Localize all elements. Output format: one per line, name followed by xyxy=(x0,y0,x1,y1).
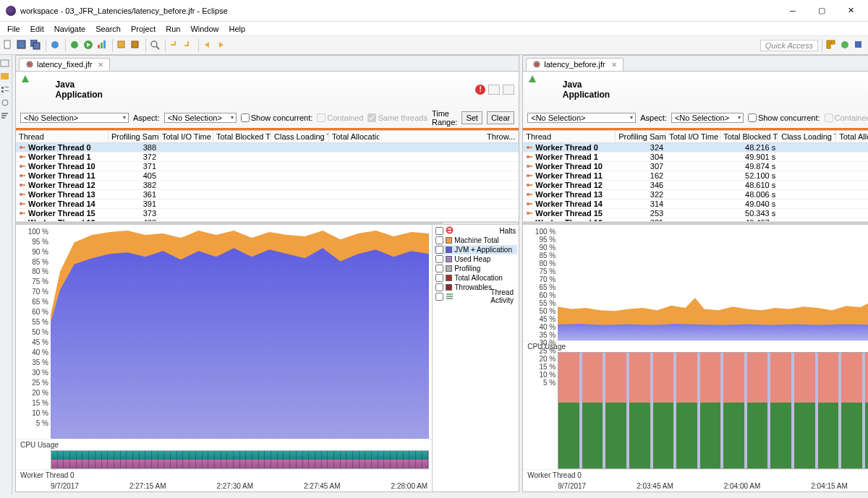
search-icon[interactable] xyxy=(150,40,161,51)
table-row[interactable]: Worker Thread 1030749.874 s xyxy=(523,162,868,171)
cpu-chart[interactable] xyxy=(51,225,432,439)
y-tick: 35 % xyxy=(16,359,48,366)
col-classload[interactable]: Class Loading Time xyxy=(271,131,329,142)
step-into-icon[interactable] xyxy=(183,40,195,51)
table-row[interactable]: Worker Thread 10371 xyxy=(16,162,519,171)
results-view-icon[interactable] xyxy=(0,98,12,108)
contained-checkbox[interactable]: Contained xyxy=(825,113,868,122)
save-icon[interactable] xyxy=(17,40,28,51)
legend-item[interactable]: Profiling xyxy=(434,264,517,273)
editor-tab-latency-before[interactable]: latency_before.jfr ✕ xyxy=(526,58,623,71)
y-tick: 10 % xyxy=(16,409,48,417)
coverage-icon[interactable] xyxy=(97,40,109,51)
window-minimize-button[interactable]: ─ xyxy=(778,1,807,21)
java-perspective-icon[interactable] xyxy=(854,40,865,51)
new-icon[interactable] xyxy=(3,40,14,51)
thread-activity-strip[interactable] xyxy=(51,450,429,469)
legend-item[interactable]: JVM + Application xyxy=(434,245,517,254)
table-row[interactable]: Worker Thread 130449.901 s xyxy=(523,153,868,162)
table-row[interactable]: Worker Thread 12382 xyxy=(16,181,519,190)
cpu-chart[interactable] xyxy=(558,225,868,340)
table-row[interactable]: Worker Thread 1332248.006 s xyxy=(523,190,868,199)
col-alloc[interactable]: Total Allocation xyxy=(836,131,868,142)
col-throw[interactable]: Throw... xyxy=(380,131,519,142)
col-alloc[interactable]: Total Allocation xyxy=(329,131,380,142)
col-io[interactable]: Total I/O Time xyxy=(159,131,213,142)
aspect-dropdown[interactable]: <No Selection> xyxy=(164,113,237,123)
tile-horizontal-icon[interactable] xyxy=(488,85,500,95)
outline-view-icon[interactable] xyxy=(0,72,12,82)
col-profiling[interactable]: Profiling Samples xyxy=(616,131,666,142)
table-hscrollbar[interactable] xyxy=(523,221,868,224)
legend-item[interactable]: Machine Total xyxy=(434,236,517,245)
save-all-icon[interactable] xyxy=(30,40,42,51)
table-row[interactable]: Worker Thread 16438 xyxy=(16,218,519,221)
selection-dropdown[interactable]: <No Selection> xyxy=(20,113,129,123)
debug-icon[interactable] xyxy=(69,40,81,51)
col-thread[interactable]: Thread xyxy=(523,131,616,142)
open-perspective-icon[interactable] xyxy=(826,40,838,51)
table-row[interactable]: Worker Thread 032448.216 s xyxy=(523,143,868,153)
contained-checkbox[interactable]: Contained xyxy=(317,113,363,122)
table-row[interactable]: Worker Thread 1632149.497 s xyxy=(523,218,868,221)
table-row[interactable]: Worker Thread 14391 xyxy=(16,199,519,209)
menu-search[interactable]: Search xyxy=(91,24,125,34)
show-concurrent-checkbox[interactable]: Show concurrent: xyxy=(241,113,313,122)
blocked-cell xyxy=(213,209,271,218)
error-badge-icon[interactable]: ! xyxy=(475,85,485,95)
menu-file[interactable]: File xyxy=(3,24,25,34)
table-row[interactable]: Worker Thread 11405 xyxy=(16,171,519,181)
table-row[interactable]: Worker Thread 0388 xyxy=(16,143,519,153)
aspect-dropdown[interactable]: <No Selection> xyxy=(671,113,744,123)
menu-run[interactable]: Run xyxy=(161,24,184,34)
same-threads-checkbox[interactable]: Same threads xyxy=(367,113,427,122)
menu-edit[interactable]: Edit xyxy=(26,24,48,34)
set-button[interactable]: Set xyxy=(461,111,482,124)
editor-tab-latency-fixed[interactable]: latency_fixed.jfr ✕ xyxy=(19,58,110,71)
skip-breakpoints-icon[interactable] xyxy=(50,40,61,51)
legend-item[interactable]: Used Heap xyxy=(434,254,517,264)
thread-activity-strip[interactable] xyxy=(558,352,868,469)
thread-icon xyxy=(526,219,533,221)
new-package-icon[interactable] xyxy=(130,40,142,51)
table-row[interactable]: Worker Thread 1372 xyxy=(16,153,519,162)
col-blocked[interactable]: Total Blocked Time xyxy=(720,131,778,142)
legend-item[interactable]: Thread Activity xyxy=(434,292,517,301)
menu-navigate[interactable]: Navigate xyxy=(50,24,90,34)
mission-control-perspective-icon[interactable] xyxy=(840,40,851,51)
back-icon[interactable] xyxy=(203,40,214,51)
col-io[interactable]: Total I/O Time xyxy=(666,131,720,142)
menu-help[interactable]: Help xyxy=(225,24,250,34)
window-maximize-button[interactable]: ▢ xyxy=(807,1,836,21)
clear-button[interactable]: Clear xyxy=(487,111,514,124)
forward-icon[interactable] xyxy=(216,40,228,51)
table-row[interactable]: Worker Thread 1234648.610 s xyxy=(523,181,868,190)
col-profiling[interactable]: Profiling Samples xyxy=(109,131,159,142)
menu-window[interactable]: Window xyxy=(186,24,223,34)
table-row[interactable]: Worker Thread 1116252.100 s xyxy=(523,171,868,181)
stacktrace-view-icon[interactable] xyxy=(0,111,12,121)
properties-view-icon[interactable] xyxy=(0,85,12,95)
table-row[interactable]: Worker Thread 1525350.343 s xyxy=(523,209,868,218)
table-row[interactable]: Worker Thread 15373 xyxy=(16,209,519,218)
restore-icon[interactable] xyxy=(0,59,12,69)
col-classload[interactable]: Class Loading Time xyxy=(778,131,836,142)
legend-item[interactable]: Halts xyxy=(434,226,517,236)
menu-project[interactable]: Project xyxy=(127,24,160,34)
window-close-button[interactable]: ✕ xyxy=(836,1,865,21)
run-icon[interactable] xyxy=(83,40,95,51)
close-icon[interactable]: ✕ xyxy=(611,61,617,69)
close-icon[interactable]: ✕ xyxy=(98,61,103,69)
table-hscrollbar[interactable] xyxy=(16,221,519,224)
legend-item[interactable]: Total Allocation xyxy=(434,273,517,283)
col-blocked[interactable]: Total Blocked Time xyxy=(213,131,271,142)
tile-vertical-icon[interactable] xyxy=(503,85,514,95)
quick-access-input[interactable]: Quick Access xyxy=(760,40,818,51)
table-row[interactable]: Worker Thread 1431449.040 s xyxy=(523,199,868,209)
step-icon[interactable] xyxy=(169,40,181,51)
new-java-icon[interactable] xyxy=(116,40,128,51)
show-concurrent-checkbox[interactable]: Show concurrent: xyxy=(748,113,820,122)
selection-dropdown[interactable]: <No Selection> xyxy=(527,113,636,123)
table-row[interactable]: Worker Thread 13361 xyxy=(16,190,519,199)
col-thread[interactable]: Thread xyxy=(16,131,109,142)
